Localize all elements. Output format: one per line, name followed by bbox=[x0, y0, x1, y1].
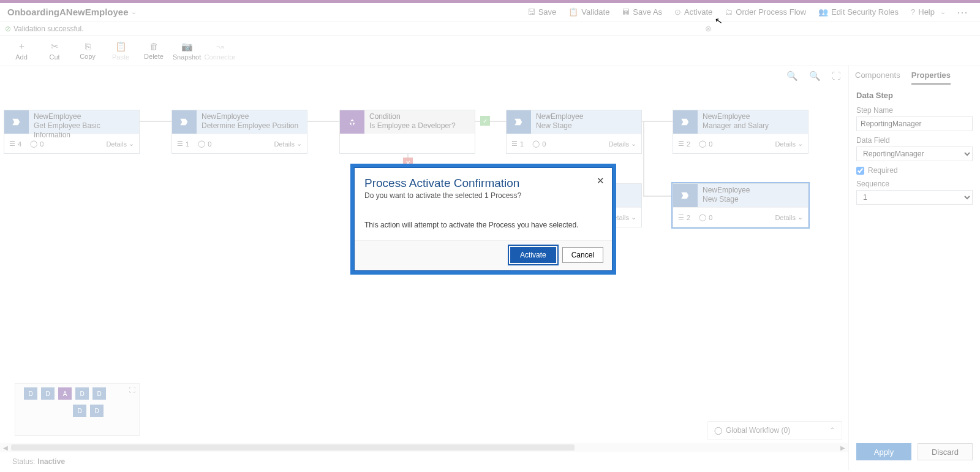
dialog-subtitle: Do you want to activate the selected 1 P… bbox=[364, 191, 602, 200]
cancel-button[interactable]: Cancel bbox=[562, 247, 603, 263]
activate-confirm-button[interactable]: Activate bbox=[510, 247, 556, 263]
dialog-title: Process Activate Confirmation bbox=[364, 177, 602, 190]
activate-confirmation-dialog: Process Activate Confirmation Do you wan… bbox=[350, 164, 616, 275]
close-icon[interactable]: ✕ bbox=[597, 175, 605, 186]
dialog-body: This action will attempt to activate the… bbox=[355, 205, 612, 240]
